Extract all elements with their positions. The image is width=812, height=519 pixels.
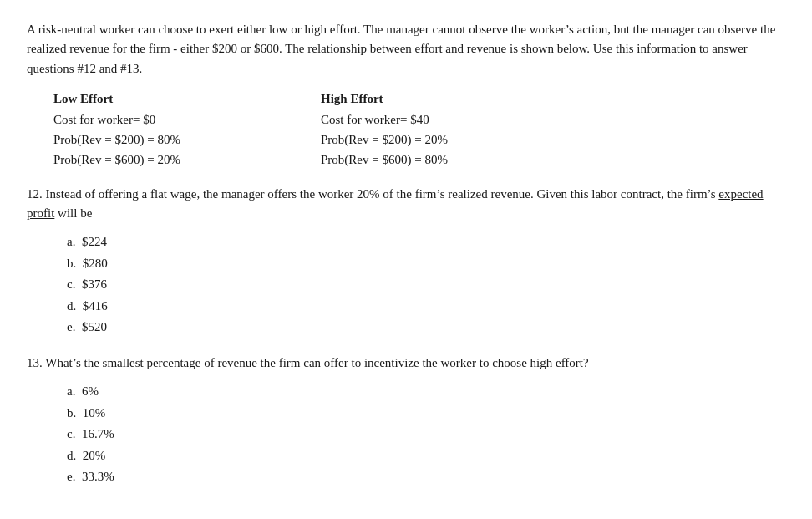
high-effort-cost: Cost for worker= $40 xyxy=(321,109,588,130)
q12-b-value: $280 xyxy=(83,257,108,270)
q12-text-before: Instead of offering a flat wage, the man… xyxy=(46,187,719,201)
low-effort-column: Low Effort Cost for worker= $0 Prob(Rev … xyxy=(53,92,321,170)
list-item: a. $224 xyxy=(67,232,785,253)
low-effort-prob200: Prob(Rev = $200) = 80% xyxy=(53,130,321,150)
q12-d-letter: d. xyxy=(67,299,76,313)
q12-d-value: $416 xyxy=(83,299,108,313)
list-item: a. 6% xyxy=(67,381,785,403)
high-effort-prob600: Prob(Rev = $600) = 80% xyxy=(321,150,588,170)
q12-a-letter: a. xyxy=(67,235,75,248)
question-13-block: 13. What’s the smallest percentage of re… xyxy=(27,354,785,488)
list-item: c. 16.7% xyxy=(67,424,785,445)
q13-e-letter: e. xyxy=(67,470,75,483)
low-effort-title: Low Effort xyxy=(53,92,321,106)
high-effort-title: High Effort xyxy=(321,92,588,106)
list-item: b. $280 xyxy=(67,253,785,275)
q13-b-value: 10% xyxy=(83,406,106,420)
q13-c-value: 16.7% xyxy=(82,427,114,440)
list-item: c. $376 xyxy=(67,274,785,296)
q12-text-after: will be xyxy=(54,206,92,220)
list-item: b. 10% xyxy=(67,403,785,425)
question-12-text: 12. Instead of offering a flat wage, the… xyxy=(27,185,785,224)
q12-e-value: $520 xyxy=(82,320,107,333)
q12-a-value: $224 xyxy=(82,235,107,248)
q12-c-letter: c. xyxy=(67,277,75,291)
q13-d-letter: d. xyxy=(67,449,76,462)
high-effort-prob200: Prob(Rev = $200) = 20% xyxy=(321,130,588,150)
q12-answer-list: a. $224 b. $280 c. $376 d. $416 e. $520 xyxy=(67,232,785,338)
list-item: d. $416 xyxy=(67,296,785,318)
list-item: e. $520 xyxy=(67,317,785,338)
q13-e-value: 33.3% xyxy=(82,470,114,483)
low-effort-cost: Cost for worker= $0 xyxy=(53,109,321,130)
q13-a-value: 6% xyxy=(82,384,99,398)
q13-answer-list: a. 6% b. 10% c. 16.7% d. 20% e. 33.3% xyxy=(67,381,785,488)
q12-label: 12. xyxy=(27,187,43,201)
low-effort-prob600: Prob(Rev = $600) = 20% xyxy=(53,150,321,170)
list-item: d. 20% xyxy=(67,445,785,467)
q12-e-letter: e. xyxy=(67,320,75,333)
question-13-text: 13. What’s the smallest percentage of re… xyxy=(27,354,785,373)
q13-label: 13. xyxy=(27,356,43,369)
effort-table: Low Effort Cost for worker= $0 Prob(Rev … xyxy=(53,92,785,170)
q12-b-letter: b. xyxy=(67,257,76,270)
q13-c-letter: c. xyxy=(67,427,75,440)
intro-text: A risk-neutral worker can choose to exer… xyxy=(27,20,785,79)
question-12-block: 12. Instead of offering a flat wage, the… xyxy=(27,185,785,338)
q12-c-value: $376 xyxy=(82,277,107,291)
q13-b-letter: b. xyxy=(67,406,76,420)
high-effort-column: High Effort Cost for worker= $40 Prob(Re… xyxy=(321,92,588,170)
list-item: e. 33.3% xyxy=(67,466,785,488)
q13-a-letter: a. xyxy=(67,384,75,398)
q13-d-value: 20% xyxy=(83,449,106,462)
q13-text: What’s the smallest percentage of revenu… xyxy=(45,356,588,369)
